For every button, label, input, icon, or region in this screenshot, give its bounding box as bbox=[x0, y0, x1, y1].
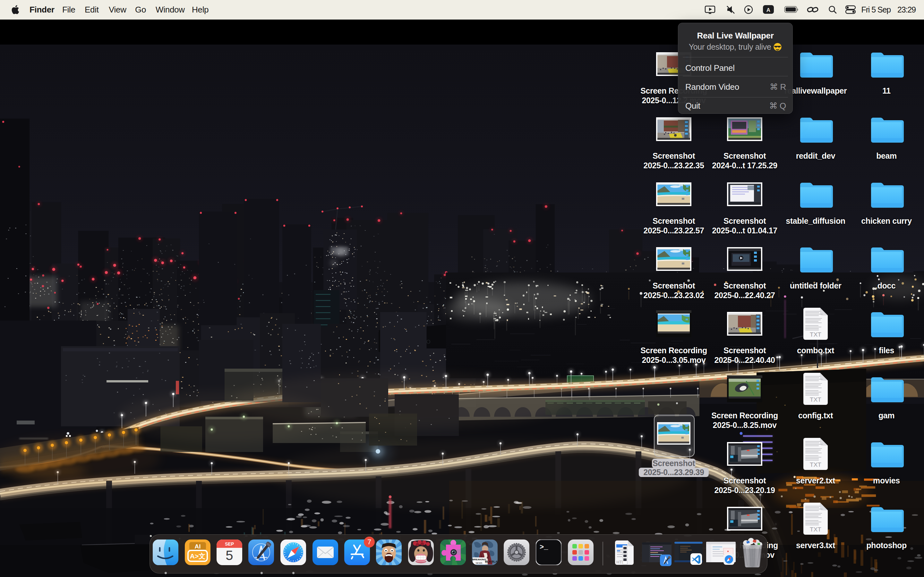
svg-text:TXT: TXT bbox=[810, 461, 821, 468]
svg-text:BREAKING: BREAKING bbox=[472, 558, 486, 561]
svg-text:A>文: A>文 bbox=[190, 552, 205, 560]
svg-text:TXT: TXT bbox=[810, 331, 821, 338]
svg-text:TXT: TXT bbox=[810, 526, 821, 533]
svg-text:TXT: TXT bbox=[810, 396, 821, 403]
svg-text:SEP: SEP bbox=[225, 542, 234, 546]
svg-text:NEWS: NEWS bbox=[476, 562, 483, 564]
svg-text:BLA BLA: BLA BLA bbox=[485, 560, 498, 563]
svg-text:AI: AI bbox=[195, 543, 201, 550]
svg-text:>_: >_ bbox=[540, 543, 548, 551]
svg-text:A: A bbox=[766, 7, 771, 13]
svg-text:5: 5 bbox=[226, 548, 233, 563]
